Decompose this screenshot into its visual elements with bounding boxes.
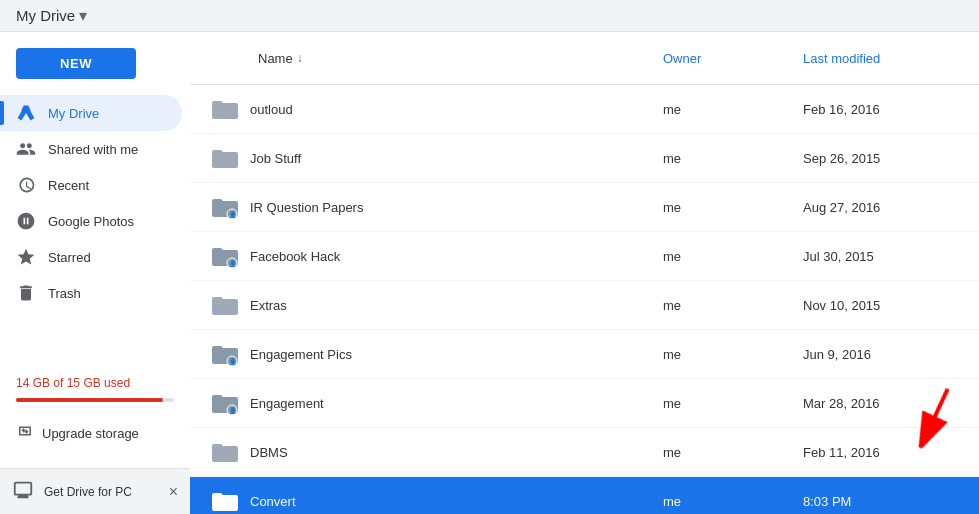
sort-icon: ↓: [297, 51, 303, 65]
file-list-header: Name ↓ Owner Last modified: [190, 32, 979, 85]
sidebar-item-shared-with-me[interactable]: Shared with me: [0, 131, 182, 167]
file-icon-cell: 👤: [206, 336, 242, 372]
folder-icon: [210, 440, 238, 464]
storage-bar: [16, 398, 163, 402]
file-icon-cell: [206, 434, 242, 470]
storage-icon: [16, 422, 34, 444]
file-icon-cell: [206, 287, 242, 323]
svg-text:👤: 👤: [229, 211, 237, 219]
sidebar-item-label-trash: Trash: [48, 286, 81, 301]
table-row[interactable]: DBMSmeFeb 11, 2016: [190, 428, 979, 477]
file-icon-cell: 👤: [206, 189, 242, 225]
file-modified: Feb 11, 2016: [803, 445, 963, 460]
table-row[interactable]: 👤 Facebook HackmeJul 30, 2015: [190, 232, 979, 281]
file-modified: Sep 26, 2015: [803, 151, 963, 166]
column-owner-label: Owner: [663, 51, 701, 66]
folder-shared-icon: 👤: [210, 244, 238, 268]
file-modified: Nov 10, 2015: [803, 298, 963, 313]
sidebar-item-recent[interactable]: Recent: [0, 167, 182, 203]
main-content: Name ↓ Owner Last modified outloudmeFeb …: [190, 32, 979, 514]
folder-shared-icon: 👤: [210, 391, 238, 415]
file-owner: me: [663, 396, 803, 411]
storage-section: 14 GB of 15 GB used Upgrade storage: [0, 364, 190, 464]
trash-icon: [16, 283, 36, 303]
upgrade-storage-button[interactable]: Upgrade storage: [16, 414, 174, 452]
folder-shared-icon: 👤: [210, 195, 238, 219]
close-icon[interactable]: ×: [169, 483, 178, 501]
storage-text: 14 GB of 15 GB used: [16, 376, 174, 390]
file-owner: me: [663, 151, 803, 166]
file-name-col: Convert: [250, 494, 663, 509]
file-owner: me: [663, 102, 803, 117]
file-name-col: IR Question Papers: [250, 200, 663, 215]
file-name: Job Stuff: [250, 151, 301, 166]
file-modified: Jul 30, 2015: [803, 249, 963, 264]
monitor-icon: [12, 479, 34, 504]
table-row[interactable]: 👤 IR Question PapersmeAug 27, 2016: [190, 183, 979, 232]
sidebar-item-label-my-drive: My Drive: [48, 106, 99, 121]
sidebar-item-label-starred: Starred: [48, 250, 91, 265]
file-name-col: Job Stuff: [250, 151, 663, 166]
file-owner: me: [663, 249, 803, 264]
sidebar-item-label-recent: Recent: [48, 178, 89, 193]
file-name: Extras: [250, 298, 287, 313]
sidebar-item-trash[interactable]: Trash: [0, 275, 182, 311]
file-name-col: Extras: [250, 298, 663, 313]
table-row[interactable]: 👤 EngagementmeMar 28, 2016: [190, 379, 979, 428]
breadcrumb: My Drive ▾: [16, 6, 87, 25]
column-name-label: Name: [258, 51, 293, 66]
header: My Drive ▾: [0, 0, 979, 32]
file-owner: me: [663, 347, 803, 362]
table-row[interactable]: Convertme8:03 PM: [190, 477, 979, 514]
file-name: Engagement Pics: [250, 347, 352, 362]
photos-icon: [16, 211, 36, 231]
people-icon: [16, 139, 36, 159]
file-list: outloudmeFeb 16, 2016 Job StuffmeSep 26,…: [190, 85, 979, 514]
get-drive-content: Get Drive for PC: [12, 479, 132, 504]
file-name: outloud: [250, 102, 293, 117]
storage-bar-container: [16, 398, 174, 402]
table-row[interactable]: ExtrasmeNov 10, 2015: [190, 281, 979, 330]
column-owner[interactable]: Owner: [663, 51, 803, 66]
file-name: Convert: [250, 494, 296, 509]
get-drive-label[interactable]: Get Drive for PC: [44, 485, 132, 499]
column-last-modified[interactable]: Last modified: [803, 51, 963, 66]
table-row[interactable]: 👤 Engagement PicsmeJun 9, 2016: [190, 330, 979, 379]
chevron-down-icon[interactable]: ▾: [79, 6, 87, 25]
column-name[interactable]: Name ↓: [258, 51, 663, 66]
table-row[interactable]: outloudmeFeb 16, 2016: [190, 85, 979, 134]
star-icon: [16, 247, 36, 267]
file-name: DBMS: [250, 445, 288, 460]
file-icon-cell: [206, 483, 242, 514]
folder-icon: [210, 293, 238, 317]
sidebar: NEW My Drive Shared with me Recent: [0, 32, 190, 514]
header-title-text: My Drive: [16, 7, 75, 24]
sidebar-item-google-photos[interactable]: Google Photos: [0, 203, 182, 239]
file-owner: me: [663, 494, 803, 509]
file-icon-cell: [206, 140, 242, 176]
sidebar-item-starred[interactable]: Starred: [0, 239, 182, 275]
file-owner: me: [663, 445, 803, 460]
svg-text:👤: 👤: [229, 407, 237, 415]
file-modified: Feb 16, 2016: [803, 102, 963, 117]
file-icon-cell: 👤: [206, 385, 242, 421]
clock-icon: [16, 175, 36, 195]
sidebar-item-label-photos: Google Photos: [48, 214, 134, 229]
table-row[interactable]: Job StuffmeSep 26, 2015: [190, 134, 979, 183]
folder-icon: [210, 489, 238, 513]
file-name-col: Engagement Pics: [250, 347, 663, 362]
file-name-col: Facebook Hack: [250, 249, 663, 264]
drive-icon: [16, 103, 36, 123]
folder-icon: [210, 146, 238, 170]
file-icon-cell: 👤: [206, 238, 242, 274]
new-button[interactable]: NEW: [16, 48, 136, 79]
upgrade-storage-label: Upgrade storage: [42, 426, 139, 441]
file-icon-cell: [206, 91, 242, 127]
main-layout: NEW My Drive Shared with me Recent: [0, 32, 979, 514]
file-modified: Mar 28, 2016: [803, 396, 963, 411]
file-modified: Jun 9, 2016: [803, 347, 963, 362]
sidebar-item-my-drive[interactable]: My Drive: [0, 95, 182, 131]
file-owner: me: [663, 200, 803, 215]
active-indicator: [0, 101, 4, 125]
folder-shared-icon: 👤: [210, 342, 238, 366]
